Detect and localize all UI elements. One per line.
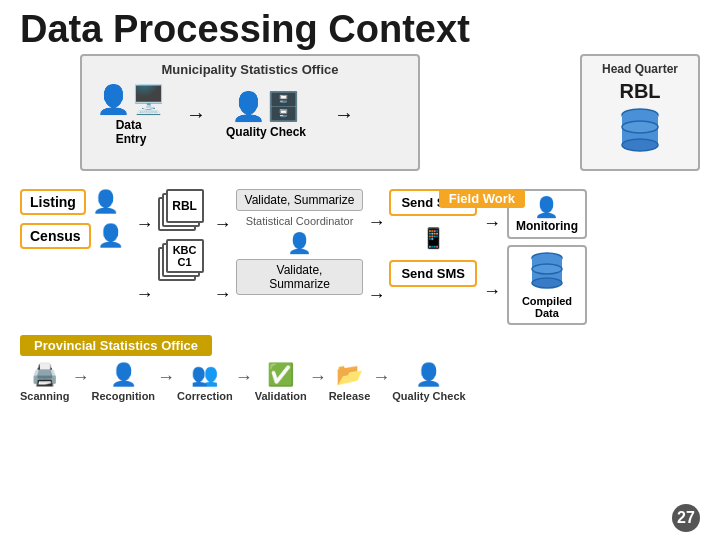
qualitycheck-icon: 👤 — [415, 362, 442, 388]
listing-person-icon: 👤 — [92, 189, 119, 215]
census-label: Census — [20, 223, 91, 249]
workflow-qualitycheck: 👤 Quality Check — [392, 362, 465, 402]
listing-item: Listing 👤 — [20, 189, 124, 215]
page-title: Data Processing Context — [20, 10, 700, 48]
arrow-1: → — [72, 367, 90, 388]
listing-label: Listing — [20, 189, 86, 215]
arrow-to-hq: → — [334, 103, 354, 126]
page-number: 27 — [672, 504, 700, 532]
field-work-section: Field Work Listing 👤 Census 👤 → → — [20, 189, 700, 325]
stat-coord-icon: 👤 — [236, 231, 364, 255]
left-arrows: → → — [136, 189, 154, 325]
workflow-correction: 👥 Correction — [177, 362, 233, 402]
page: Data Processing Context Municipality Sta… — [0, 0, 720, 540]
scanning-icon: 🖨️ — [31, 362, 58, 388]
compiled-label: Compiled Data — [515, 295, 579, 319]
quality-check-item: 👤🗄️ Quality Check — [226, 90, 306, 139]
quality-check-icon: 👤🗄️ — [231, 90, 301, 123]
arrow-5: → — [372, 367, 390, 388]
arrow-2: → — [157, 367, 175, 388]
monitoring-label: Monitoring — [515, 219, 579, 233]
provincial-badge: Provincial Statistics Office — [20, 335, 212, 356]
data-entry-icon: 👤🖥️ — [96, 83, 166, 116]
validate-box-2: Validate,Summarize — [236, 259, 364, 295]
sms-arrows: → → — [367, 189, 385, 325]
compiled-db-icon — [530, 251, 564, 293]
rbl-label: RBL — [592, 80, 688, 103]
arrow-listing: → — [136, 214, 154, 235]
doc-stacks: RBL KBCC1 — [158, 189, 210, 325]
release-label: Release — [329, 390, 371, 402]
field-work-inner: Listing 👤 Census 👤 → → RBL — [20, 189, 700, 325]
arrow-compiled: → — [483, 281, 501, 302]
census-person-icon: 👤 — [97, 223, 124, 249]
rbl-stack: RBL — [158, 189, 210, 233]
validate-col: Validate, Summarize Statistical Coordina… — [236, 189, 364, 325]
svg-point-2 — [622, 139, 658, 151]
compiled-box: Compiled Data — [507, 245, 587, 325]
middle-arrows: → → — [214, 189, 232, 325]
quality-check-label: Quality Check — [226, 125, 306, 139]
db-icon — [620, 107, 660, 157]
arrow-sms2: → — [367, 285, 385, 306]
validate-box-1: Validate, Summarize — [236, 189, 364, 211]
right-col: 👤 Monitoring Compiled Data — [507, 189, 587, 325]
workflow-scanning: 🖨️ Scanning — [20, 362, 70, 402]
left-col: Listing 👤 Census 👤 — [20, 189, 124, 325]
bottom-workflow: 🖨️ Scanning → 👤 Recognition → 👥 Correcti… — [20, 362, 700, 402]
recognition-label: Recognition — [92, 390, 156, 402]
scanning-label: Scanning — [20, 390, 70, 402]
arrow-monitoring: → — [483, 213, 501, 234]
arrow-3: → — [235, 367, 253, 388]
svg-point-6 — [532, 278, 562, 288]
arrow-census: → — [136, 284, 154, 305]
hq-label: Head Quarter — [592, 62, 688, 76]
data-entry-item: 👤🖥️ DataEntry — [96, 83, 166, 146]
send-sms-2: Send SMS — [389, 260, 477, 287]
arrow-4: → — [309, 367, 327, 388]
rbl-doc1: RBL — [166, 189, 204, 223]
provincial-section: Provincial Statistics Office — [20, 331, 700, 356]
hq-box: Head Quarter RBL — [580, 54, 700, 171]
data-entry-label: DataEntry — [116, 118, 147, 146]
validation-icon: ✅ — [267, 362, 294, 388]
recognition-icon: 👤 — [110, 362, 137, 388]
municipality-label: Municipality Statistics Office — [96, 62, 404, 77]
workflow-validation: ✅ Validation — [255, 362, 307, 402]
correction-icon: 👥 — [191, 362, 218, 388]
correction-label: Correction — [177, 390, 233, 402]
qualitycheck-label: Quality Check — [392, 390, 465, 402]
release-icon: 📂 — [336, 362, 363, 388]
kbc-doc1: KBCC1 — [166, 239, 204, 273]
right-arrows: → → — [483, 189, 501, 325]
kbc-stack: KBCC1 — [158, 239, 210, 283]
phone-icon: 📱 — [389, 226, 477, 250]
validation-label: Validation — [255, 390, 307, 402]
arrow-sms1: → — [367, 212, 385, 233]
census-item: Census 👤 — [20, 223, 124, 249]
arrow-to-qc: → — [186, 103, 206, 126]
svg-point-3 — [622, 121, 658, 133]
arrow-validate2: → — [214, 284, 232, 305]
top-area: Municipality Statistics Office 👤🖥️ DataE… — [20, 54, 700, 171]
arrow-validate1: → — [214, 214, 232, 235]
field-work-badge: Field Work — [439, 189, 525, 208]
municipality-inner: 👤🖥️ DataEntry → 👤🗄️ Quality Check → — [96, 83, 404, 146]
workflow-release: 📂 Release — [329, 362, 371, 402]
svg-point-7 — [532, 264, 562, 274]
workflow-recognition: 👤 Recognition — [92, 362, 156, 402]
send-sms-col: Send SMS 📱 Send SMS — [389, 189, 477, 325]
municipality-box: Municipality Statistics Office 👤🖥️ DataE… — [80, 54, 420, 171]
stat-coordinator: Statistical Coordinator — [236, 215, 364, 227]
